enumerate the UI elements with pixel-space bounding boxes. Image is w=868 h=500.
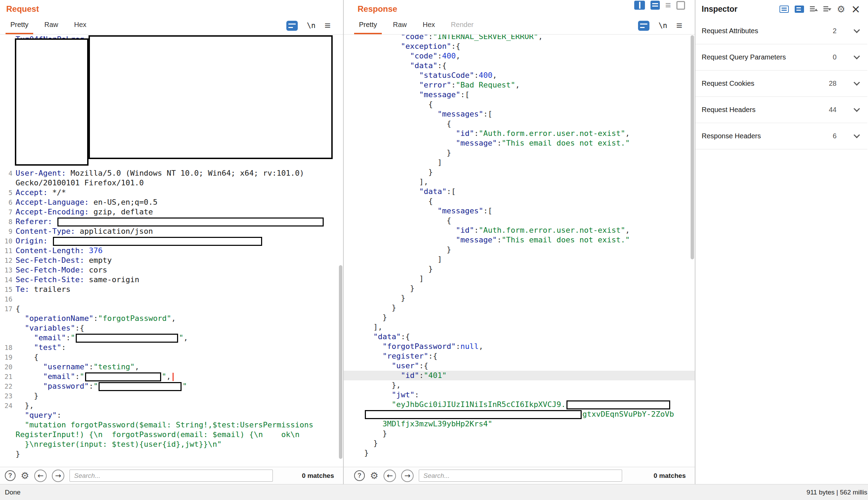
code-line[interactable]: },	[344, 380, 695, 390]
code-line[interactable]: 7Accept-Encoding: gzip, deflate	[0, 207, 343, 217]
code-line[interactable]: ]	[344, 158, 695, 167]
search-input[interactable]	[419, 470, 622, 482]
code-line[interactable]: 5Accept: */*	[0, 188, 343, 197]
code-line[interactable]: }	[344, 245, 695, 254]
help-icon[interactable]: ?	[5, 470, 16, 481]
code-line[interactable]: "query":	[0, 410, 343, 420]
code-line[interactable]: "data":[	[344, 187, 695, 196]
code-line[interactable]: 9Content-Type: application/json	[0, 226, 343, 236]
code-line[interactable]: }	[344, 284, 695, 293]
code-line[interactable]: }\nregister(input: $test){user{id},jwt}}…	[0, 439, 343, 449]
tab-pretty[interactable]: Pretty	[6, 21, 33, 34]
search-settings-gear-icon[interactable]: ⚙	[370, 471, 378, 480]
search-next-button[interactable]: →	[52, 470, 64, 482]
code-line[interactable]: 13Sec-Fetch-Mode: cors	[0, 265, 343, 275]
tab-raw[interactable]: Raw	[388, 21, 412, 34]
inspector-settings-gear-icon[interactable]: ⚙	[837, 4, 845, 14]
code-line[interactable]: }	[344, 438, 695, 448]
code-line[interactable]: "statusCode":400,	[344, 71, 695, 80]
view-stack-icon[interactable]	[650, 1, 660, 10]
tab-pretty[interactable]: Pretty	[354, 21, 382, 34]
code-line[interactable]: ]	[344, 274, 695, 284]
code-line[interactable]: 24 },	[0, 401, 343, 410]
code-line[interactable]: 22 "password":""	[0, 381, 343, 391]
code-line[interactable]: 19 {	[0, 352, 343, 362]
request-editor[interactable]: Tuz04fNezPoLreqCGhxmOoQ8WXmtL4 4User-Age…	[0, 35, 343, 467]
code-line[interactable]: }	[344, 167, 695, 177]
search-next-button[interactable]: →	[401, 470, 414, 482]
code-line[interactable]: "forgotPassword":null,	[344, 342, 695, 351]
code-line[interactable]: "id":"Auth.form.error.user.not-exist",	[344, 225, 695, 235]
editor-menu-icon[interactable]: ≡	[676, 20, 682, 31]
search-prev-button[interactable]: ←	[384, 470, 396, 482]
code-line[interactable]: "data":{	[344, 61, 695, 71]
code-line[interactable]: 16	[0, 294, 343, 304]
code-line[interactable]: 20 "username":"testing",	[0, 362, 343, 372]
code-line[interactable]: }	[344, 303, 695, 313]
tab-hex[interactable]: Hex	[418, 21, 440, 34]
scrollbar-thumb[interactable]	[339, 265, 342, 459]
code-line[interactable]: }	[344, 313, 695, 322]
code-line[interactable]: Gecko/20100101 Firefox/101.0	[0, 178, 343, 188]
code-line[interactable]: }	[344, 264, 695, 274]
code-line[interactable]: "messages":[	[344, 109, 695, 119]
close-inspector-icon[interactable]: ×	[851, 3, 860, 15]
code-line[interactable]: 14Sec-Fetch-Site: same-origin	[0, 275, 343, 285]
code-line[interactable]: "register":{	[344, 351, 695, 361]
code-line[interactable]: {	[344, 100, 695, 109]
code-line[interactable]: }	[0, 449, 343, 459]
code-line[interactable]: "email":"",	[0, 333, 343, 343]
inspector-section-request-attributes[interactable]: Request Attributes2	[695, 18, 867, 44]
code-line[interactable]: "message":"This email does not exist."	[344, 138, 695, 148]
editor-menu-icon[interactable]: ≡	[324, 20, 331, 31]
code-line[interactable]: "exception":{	[344, 41, 695, 51]
code-line[interactable]: gtxvDEqnSVuPbY-2ZoVb	[344, 409, 695, 419]
inspector-section-request-query-parameters[interactable]: Request Query Parameters0	[695, 44, 867, 71]
code-line[interactable]: 6Accept-Language: en-US,en;q=0.5	[0, 197, 343, 207]
code-line[interactable]: "data":{	[344, 332, 695, 342]
view-single-icon[interactable]	[676, 1, 685, 10]
code-line[interactable]: 4User-Agent: Mozilla/5.0 (Windows NT 10.…	[0, 168, 343, 178]
show-newlines-button[interactable]: \n	[658, 21, 667, 30]
code-line[interactable]: "messages":[	[344, 206, 695, 216]
code-line[interactable]: RegisterInput!) {\n forgotPassword(email…	[0, 430, 343, 439]
expand-all-icon[interactable]	[823, 6, 831, 12]
code-line[interactable]: {	[344, 119, 695, 129]
code-line[interactable]: "variables":{	[0, 323, 343, 333]
code-line[interactable]: "id":"401"	[344, 371, 695, 380]
search-settings-gear-icon[interactable]: ⚙	[21, 471, 29, 480]
code-line[interactable]: }	[344, 293, 695, 303]
code-line[interactable]: ]	[344, 254, 695, 264]
soft-wrap-icon[interactable]	[638, 21, 649, 31]
response-scrollbar[interactable]	[690, 35, 695, 467]
code-line[interactable]: }	[344, 448, 695, 458]
scrollbar-thumb[interactable]	[691, 35, 694, 259]
code-line[interactable]: "user":{	[344, 361, 695, 371]
code-line[interactable]: "eyJhbGci0iJIUzI1NiIsInR5cCI6IkpXVCJ9.	[344, 400, 695, 409]
code-line[interactable]: "jwt":	[344, 390, 695, 400]
code-line[interactable]: }	[344, 429, 695, 438]
help-icon[interactable]: ?	[354, 470, 365, 481]
soft-wrap-icon[interactable]	[286, 21, 298, 31]
show-newlines-button[interactable]: \n	[307, 21, 315, 30]
code-line[interactable]: "mutation forgotPassword($email: String!…	[0, 420, 343, 430]
code-line[interactable]: 3MDlfjx3mzwL39ybHp2Krs4"	[344, 419, 695, 429]
code-line[interactable]: "operationName":"forgotPassword",	[0, 314, 343, 323]
code-line[interactable]: 11Content-Length: 376	[0, 246, 343, 256]
code-line[interactable]: }	[344, 148, 695, 158]
code-line[interactable]: "message":[	[344, 90, 695, 100]
code-line[interactable]: "id":"Auth.form.error.user.not-exist",	[344, 129, 695, 138]
code-line[interactable]: "message":"This email does not exist."	[344, 235, 695, 245]
tab-render[interactable]: Render	[446, 21, 479, 34]
code-line[interactable]: {	[344, 216, 695, 225]
code-line[interactable]: ],	[344, 322, 695, 332]
inspector-section-request-cookies[interactable]: Request Cookies28	[695, 71, 867, 97]
view-split-icon[interactable]	[634, 1, 645, 10]
code-line[interactable]: ],	[344, 177, 695, 187]
tab-raw[interactable]: Raw	[39, 21, 63, 34]
search-input[interactable]	[70, 470, 273, 482]
code-line[interactable]: 21 "email":"",	[0, 372, 343, 381]
collapse-all-icon[interactable]	[810, 6, 818, 12]
request-scrollbar[interactable]	[338, 35, 343, 467]
tab-hex[interactable]: Hex	[69, 21, 91, 34]
